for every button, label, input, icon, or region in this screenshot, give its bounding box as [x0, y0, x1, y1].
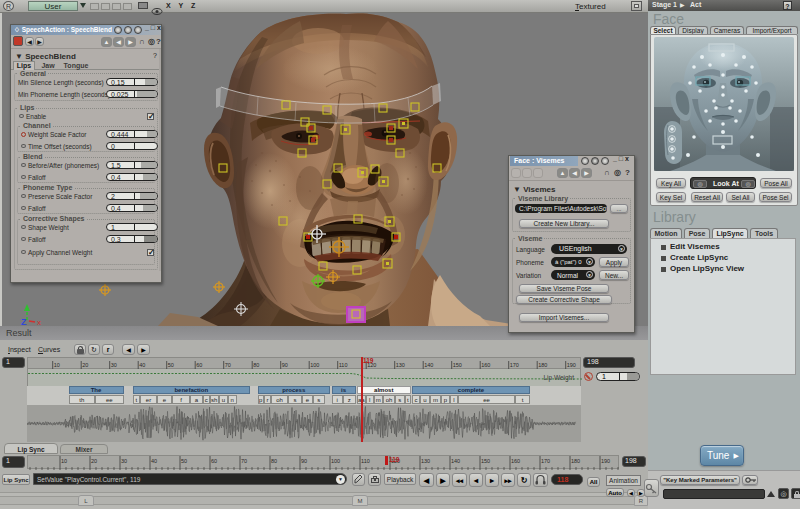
- svg-text:80: 80: [253, 362, 259, 368]
- svg-text:Z: Z: [21, 317, 27, 326]
- svg-text:170: 170: [541, 458, 550, 464]
- svg-text:190: 190: [567, 362, 576, 368]
- svg-text:60: 60: [211, 458, 217, 464]
- svg-text:110: 110: [361, 458, 370, 464]
- svg-text:180: 180: [538, 362, 547, 368]
- svg-text:130: 130: [421, 458, 430, 464]
- svg-text:10: 10: [54, 362, 60, 368]
- svg-text:40: 40: [139, 362, 145, 368]
- svg-text:150: 150: [453, 362, 462, 368]
- svg-text:70: 70: [241, 458, 247, 464]
- svg-text:170: 170: [510, 362, 519, 368]
- svg-text:140: 140: [451, 458, 460, 464]
- svg-text:190: 190: [601, 458, 610, 464]
- svg-text:80: 80: [271, 458, 277, 464]
- svg-text:160: 160: [511, 458, 520, 464]
- svg-text:110: 110: [339, 362, 348, 368]
- svg-text:30: 30: [121, 458, 127, 464]
- svg-text:180: 180: [571, 458, 580, 464]
- svg-text:50: 50: [181, 458, 187, 464]
- svg-text:100: 100: [331, 458, 340, 464]
- svg-text:40: 40: [151, 458, 157, 464]
- svg-text:160: 160: [481, 362, 490, 368]
- svg-text:20: 20: [91, 458, 97, 464]
- svg-text:60: 60: [196, 362, 202, 368]
- svg-text:100: 100: [310, 362, 319, 368]
- svg-text:10: 10: [61, 458, 67, 464]
- svg-text:50: 50: [168, 362, 174, 368]
- svg-text:90: 90: [282, 362, 288, 368]
- svg-text:30: 30: [111, 362, 117, 368]
- svg-text:150: 150: [481, 458, 490, 464]
- svg-text:70: 70: [225, 362, 231, 368]
- svg-text:90: 90: [301, 458, 307, 464]
- svg-text:130: 130: [396, 362, 405, 368]
- svg-text:140: 140: [424, 362, 433, 368]
- svg-text:20: 20: [82, 362, 88, 368]
- svg-text:x: x: [37, 318, 41, 326]
